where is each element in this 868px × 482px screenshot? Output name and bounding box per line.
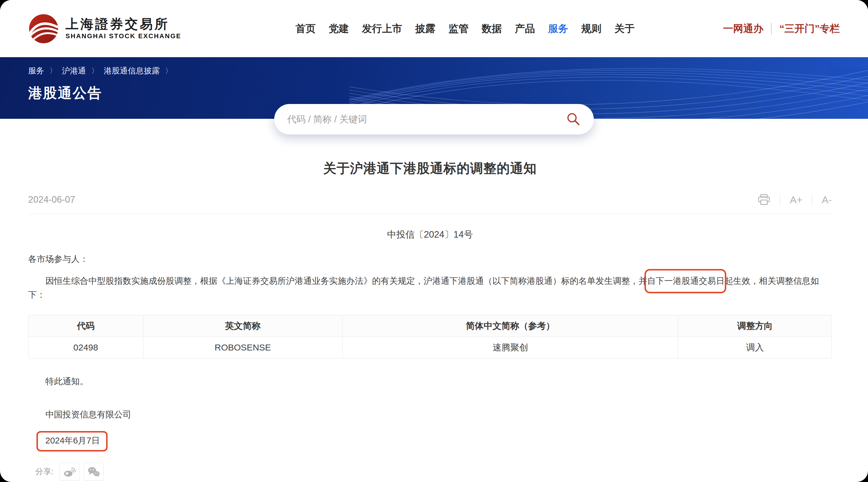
breadcrumb-separator: 〉 <box>50 66 57 75</box>
quick-links-divider <box>771 23 772 35</box>
annotation-highlight-next-trading-day: 下一港股通交易日 <box>656 276 724 286</box>
quick-link-three-doors[interactable]: “三开门”专栏 <box>779 22 840 36</box>
sse-logo-icon <box>28 13 59 44</box>
nav-item-home[interactable]: 首页 <box>296 22 316 36</box>
logo-text: 上海證券交易所 SHANGHAI STOCK EXCHANGE <box>65 17 181 40</box>
nav-item-disclosure[interactable]: 披露 <box>415 22 435 36</box>
article-meta-row: 2024-06-07 A+ A- <box>28 194 832 205</box>
table-row: 02498 ROBOSENSE 速腾聚创 调入 <box>28 337 832 358</box>
search-input[interactable] <box>287 114 566 125</box>
toolbar-divider <box>812 194 812 205</box>
toolbar-divider <box>780 194 780 205</box>
breadcrumb-item-shhk-connect[interactable]: 沪港通 <box>62 65 86 76</box>
meta-divider <box>28 214 832 214</box>
browser-page: 上海證券交易所 SHANGHAI STOCK EXCHANGE 首页 党建 发行… <box>0 0 868 482</box>
cell-code: 02498 <box>28 337 144 358</box>
sse-logo[interactable]: 上海證券交易所 SHANGHAI STOCK EXCHANGE <box>28 13 181 44</box>
closing-line: 特此通知。 <box>28 376 832 387</box>
search-box <box>274 104 594 134</box>
breadcrumb-item-services[interactable]: 服务 <box>28 65 44 76</box>
nav-item-services[interactable]: 服务 <box>548 22 568 36</box>
adjustment-table: 代码 英文简称 简体中文简称（参考） 调整方向 02498 ROBOSENSE … <box>28 315 832 358</box>
share-label: 分享: <box>35 466 54 477</box>
quick-link-one-stop[interactable]: 一网通办 <box>723 22 763 36</box>
signer-name: 中国投资信息有限公司 <box>28 409 832 421</box>
body-paragraph-line2: 下： <box>28 288 832 302</box>
cell-english-name: ROBOSENSE <box>143 337 342 358</box>
doc-number: 中投信〔2024〕14号 <box>28 228 832 241</box>
printer-icon[interactable] <box>757 194 771 205</box>
publish-date: 2024-06-07 <box>28 194 75 205</box>
share-wechat-button[interactable] <box>84 463 104 481</box>
nav-item-supervision[interactable]: 监管 <box>448 22 469 36</box>
font-decrease-button[interactable]: A- <box>822 194 832 205</box>
body-paragraph-line1: 因恒生综合中型股指数实施成份股调整，根据《上海证券交易所沪港通业务实施办法》的有… <box>28 274 832 288</box>
breadcrumb-item-ggt-disclosure[interactable]: 港股通信息披露 <box>104 65 160 76</box>
breadcrumb-separator: 〉 <box>91 66 98 75</box>
site-header: 上海證券交易所 SHANGHAI STOCK EXCHANGE 首页 党建 发行… <box>0 0 868 57</box>
font-increase-button[interactable]: A+ <box>790 194 803 205</box>
quick-links: 一网通办 “三开门”专栏 <box>723 22 840 36</box>
salutation: 各市场参与人： <box>28 253 832 265</box>
share-row: 分享: <box>28 463 832 481</box>
col-header-english-name: 英文简称 <box>143 315 342 337</box>
sign-date-line: 2024年6月7日 <box>28 435 832 447</box>
article-toolbar: A+ A- <box>757 194 832 205</box>
cell-chinese-name: 速腾聚创 <box>342 337 678 358</box>
page-title: 港股通公告 <box>28 84 868 102</box>
cell-direction: 调入 <box>678 337 832 358</box>
page-banner: 服务 〉 沪港通 〉 港股通信息披露 〉 港股通公告 <box>0 57 868 119</box>
col-header-direction: 调整方向 <box>678 315 832 337</box>
paragraph-text: 因恒生综合中型股指数实施成份股调整，根据《上海证券交易所沪港通业务实施办法》的有… <box>45 276 656 286</box>
logo-title-en: SHANGHAI STOCK EXCHANGE <box>65 32 181 40</box>
nav-item-products[interactable]: 产品 <box>515 22 535 36</box>
main-nav: 首页 党建 发行上市 披露 监管 数据 产品 服务 规则 关于 <box>296 22 635 36</box>
annotation-highlight-sign-date: 2024年6月7日 <box>45 435 100 447</box>
weibo-icon <box>63 466 76 477</box>
nav-item-listing[interactable]: 发行上市 <box>362 22 402 36</box>
table-header-row: 代码 英文简称 简体中文简称（参考） 调整方向 <box>28 315 832 337</box>
wechat-icon <box>87 466 100 477</box>
share-weibo-button[interactable] <box>60 463 80 481</box>
search-icon[interactable] <box>566 112 581 127</box>
col-header-code: 代码 <box>28 315 144 337</box>
logo-title-cn: 上海證券交易所 <box>65 17 181 31</box>
paragraph-text: 起生效，相关调整信息如 <box>724 276 819 286</box>
nav-item-rules[interactable]: 规则 <box>581 22 601 36</box>
nav-item-about[interactable]: 关于 <box>615 22 635 36</box>
breadcrumb-separator: 〉 <box>165 66 172 75</box>
breadcrumb: 服务 〉 沪港通 〉 港股通信息披露 〉 <box>28 65 868 76</box>
article-title: 关于沪港通下港股通标的调整的通知 <box>28 160 832 177</box>
col-header-chinese-name: 简体中文简称（参考） <box>342 315 678 337</box>
nav-item-data[interactable]: 数据 <box>482 22 502 36</box>
article-content: 关于沪港通下港股通标的调整的通知 2024-06-07 A+ A- 中投信〔20… <box>0 160 868 481</box>
nav-item-party[interactable]: 党建 <box>329 22 349 36</box>
